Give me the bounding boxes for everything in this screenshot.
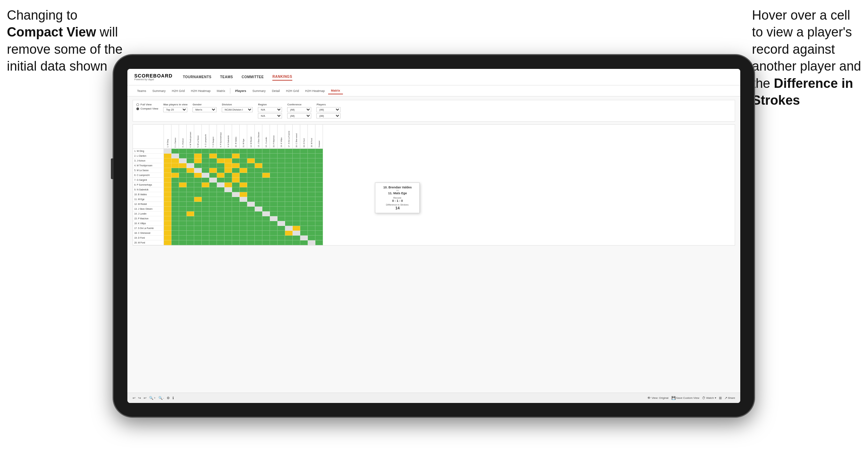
matrix-cell[interactable] bbox=[179, 211, 187, 216]
toolbar-redo[interactable]: ↪ bbox=[138, 396, 141, 400]
matrix-cell[interactable] bbox=[262, 226, 270, 231]
matrix-cell[interactable] bbox=[315, 236, 323, 240]
share-btn[interactable]: ↗ Share bbox=[724, 396, 735, 400]
matrix-cell[interactable] bbox=[270, 158, 278, 163]
matrix-cell[interactable] bbox=[187, 240, 194, 245]
matrix-cell[interactable] bbox=[240, 154, 247, 158]
matrix-cell[interactable] bbox=[247, 221, 255, 226]
matrix-cell[interactable] bbox=[285, 221, 293, 226]
matrix-cell[interactable] bbox=[209, 197, 217, 202]
matrix-cell[interactable] bbox=[255, 231, 262, 236]
matrix-cell[interactable] bbox=[209, 178, 217, 183]
matrix-cell[interactable] bbox=[202, 158, 209, 163]
matrix-cell[interactable] bbox=[247, 149, 255, 154]
matrix-cell[interactable] bbox=[315, 183, 323, 187]
matrix-cell[interactable] bbox=[278, 192, 285, 197]
matrix-cell[interactable] bbox=[209, 226, 217, 231]
matrix-cell[interactable] bbox=[164, 216, 171, 221]
matrix-cell[interactable] bbox=[202, 149, 209, 154]
matrix-cell[interactable] bbox=[255, 178, 262, 183]
matrix-cell[interactable] bbox=[247, 158, 255, 163]
matrix-cell[interactable] bbox=[247, 183, 255, 187]
matrix-cell[interactable] bbox=[308, 236, 315, 240]
matrix-cell[interactable] bbox=[171, 183, 179, 187]
matrix-cell[interactable] bbox=[308, 202, 315, 207]
matrix-cell[interactable] bbox=[224, 231, 232, 236]
matrix-cell[interactable] bbox=[224, 207, 232, 211]
matrix-cell[interactable] bbox=[164, 168, 171, 173]
matrix-cell[interactable] bbox=[255, 173, 262, 178]
matrix-cell[interactable] bbox=[209, 231, 217, 236]
matrix-cell[interactable] bbox=[240, 149, 247, 154]
matrix-cell[interactable] bbox=[293, 202, 300, 207]
matrix-cell[interactable] bbox=[247, 178, 255, 183]
matrix-cell[interactable] bbox=[164, 231, 171, 236]
matrix-cell[interactable] bbox=[240, 211, 247, 216]
max-players-select[interactable]: Top 25 bbox=[163, 107, 187, 112]
matrix-cell[interactable] bbox=[194, 226, 202, 231]
sub-nav-matrix1[interactable]: Matrix bbox=[214, 88, 228, 94]
matrix-cell[interactable] bbox=[187, 178, 194, 183]
matrix-cell[interactable] bbox=[308, 231, 315, 236]
matrix-cell[interactable] bbox=[308, 216, 315, 221]
matrix-cell[interactable] bbox=[300, 207, 308, 211]
matrix-cell[interactable] bbox=[194, 154, 202, 158]
matrix-cell[interactable] bbox=[247, 240, 255, 245]
matrix-cell[interactable] bbox=[255, 211, 262, 216]
matrix-cell[interactable] bbox=[187, 168, 194, 173]
matrix-cell[interactable] bbox=[187, 236, 194, 240]
matrix-cell[interactable] bbox=[171, 211, 179, 216]
matrix-cell[interactable] bbox=[194, 168, 202, 173]
full-view-radio[interactable] bbox=[136, 103, 139, 106]
matrix-cell[interactable] bbox=[293, 236, 300, 240]
matrix-cell[interactable] bbox=[293, 197, 300, 202]
matrix-cell[interactable] bbox=[270, 226, 278, 231]
matrix-cell[interactable] bbox=[164, 163, 171, 168]
matrix-cell[interactable] bbox=[255, 154, 262, 158]
matrix-cell[interactable] bbox=[300, 187, 308, 192]
matrix-cell[interactable] bbox=[240, 158, 247, 163]
matrix-cell[interactable] bbox=[232, 173, 240, 178]
matrix-cell[interactable] bbox=[270, 183, 278, 187]
sub-nav-h2h-grid2[interactable]: H2H Grid bbox=[283, 88, 302, 94]
matrix-cell[interactable] bbox=[315, 173, 323, 178]
matrix-cell[interactable] bbox=[315, 211, 323, 216]
matrix-cell[interactable] bbox=[308, 168, 315, 173]
matrix-cell[interactable] bbox=[300, 154, 308, 158]
nav-rankings[interactable]: RANKINGS bbox=[272, 73, 292, 81]
matrix-cell[interactable] bbox=[285, 168, 293, 173]
matrix-cell[interactable] bbox=[255, 221, 262, 226]
matrix-cell[interactable] bbox=[179, 173, 187, 178]
matrix-cell[interactable] bbox=[270, 202, 278, 207]
matrix-cell[interactable] bbox=[171, 240, 179, 245]
matrix-cell[interactable] bbox=[285, 173, 293, 178]
matrix-cell[interactable] bbox=[262, 183, 270, 187]
matrix-cell[interactable] bbox=[171, 149, 179, 154]
matrix-cell[interactable] bbox=[270, 211, 278, 216]
matrix-cell[interactable] bbox=[187, 197, 194, 202]
matrix-cell[interactable] bbox=[278, 226, 285, 231]
matrix-cell[interactable] bbox=[262, 207, 270, 211]
matrix-cell[interactable] bbox=[232, 158, 240, 163]
matrix-cell[interactable] bbox=[240, 240, 247, 245]
matrix-cell[interactable] bbox=[164, 236, 171, 240]
matrix-cell[interactable] bbox=[270, 216, 278, 221]
matrix-cell[interactable] bbox=[285, 158, 293, 163]
matrix-cell[interactable] bbox=[164, 192, 171, 197]
matrix-cell[interactable] bbox=[285, 183, 293, 187]
matrix-cell[interactable] bbox=[278, 207, 285, 211]
matrix-cell[interactable] bbox=[232, 197, 240, 202]
matrix-cell[interactable] bbox=[187, 154, 194, 158]
matrix-cell[interactable] bbox=[232, 207, 240, 211]
matrix-cell[interactable] bbox=[308, 187, 315, 192]
matrix-cell[interactable] bbox=[164, 149, 171, 154]
matrix-cell[interactable] bbox=[308, 154, 315, 158]
matrix-cell[interactable] bbox=[224, 163, 232, 168]
conference-select2[interactable]: (All) bbox=[287, 113, 311, 118]
toolbar-back[interactable]: ↩ bbox=[144, 396, 146, 400]
matrix-cell[interactable] bbox=[240, 236, 247, 240]
matrix-cell[interactable] bbox=[262, 187, 270, 192]
matrix-cell[interactable] bbox=[209, 207, 217, 211]
matrix-cell[interactable] bbox=[179, 226, 187, 231]
matrix-cell[interactable] bbox=[187, 226, 194, 231]
